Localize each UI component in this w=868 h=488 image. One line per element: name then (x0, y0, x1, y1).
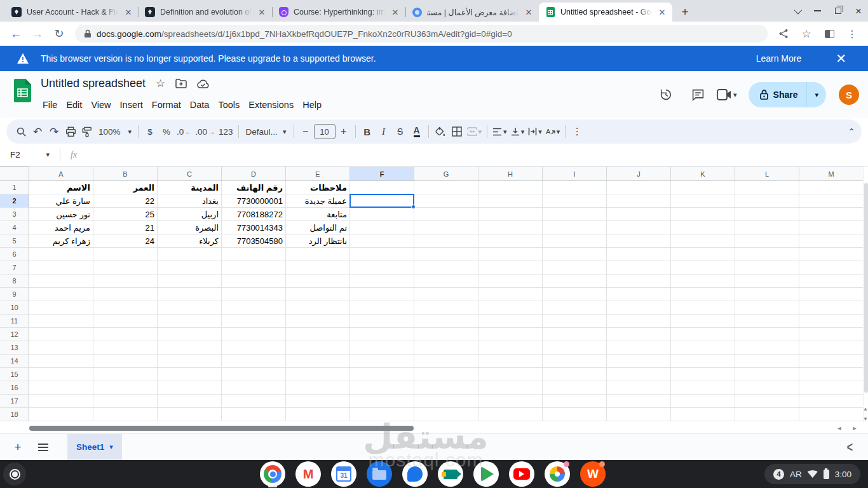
cell-H8[interactable] (478, 274, 543, 288)
column-header-E[interactable]: E (286, 166, 350, 181)
cell-K10[interactable] (671, 301, 735, 315)
cell-M13[interactable] (799, 341, 863, 355)
column-header-K[interactable]: K (671, 166, 735, 181)
cell-C15[interactable] (158, 368, 222, 381)
share-button[interactable]: Share (749, 82, 807, 107)
cell-D3[interactable]: 7708188272 (222, 208, 286, 221)
cell-D17[interactable] (222, 395, 286, 408)
cell-G12[interactable] (414, 328, 478, 341)
cell-J1[interactable] (607, 181, 671, 194)
tab-close-icon[interactable]: ✕ (524, 7, 534, 17)
vertical-scrollbar[interactable]: ▲ ▼ (863, 166, 868, 423)
cell-L3[interactable] (735, 208, 799, 221)
redo-button[interactable]: ↷ (46, 123, 62, 140)
cell-H4[interactable] (478, 221, 543, 234)
cell-K17[interactable] (671, 395, 735, 408)
cell-I15[interactable] (543, 368, 607, 381)
column-header-C[interactable]: C (158, 166, 222, 181)
cell-A8[interactable] (29, 274, 93, 288)
cell-G18[interactable] (414, 408, 478, 421)
cell-K7[interactable] (671, 261, 735, 274)
tab-close-icon[interactable]: ✕ (390, 7, 400, 17)
shelf-app-calendar[interactable]: 31 (331, 461, 356, 487)
browser-tab-1[interactable]: User Account - Hack & Fix Aca✕ (5, 3, 139, 22)
cell-L15[interactable] (735, 368, 799, 381)
italic-button[interactable]: I (376, 123, 392, 140)
shelf-app-files[interactable] (367, 461, 392, 487)
toolbar-search-button[interactable] (13, 123, 29, 140)
row-header-15[interactable]: 15 (0, 368, 29, 381)
cell-I6[interactable] (543, 248, 607, 261)
cell-K11[interactable] (671, 315, 735, 328)
cell-B13[interactable] (93, 341, 158, 355)
cell-E12[interactable] (286, 328, 350, 341)
cell-M10[interactable] (799, 301, 863, 315)
cell-B17[interactable] (93, 395, 158, 408)
increase-decimal-button[interactable]: .00→ (193, 123, 217, 140)
version-history-icon[interactable] (653, 82, 679, 107)
cell-F6[interactable] (350, 248, 414, 261)
row-header-12[interactable]: 12 (0, 328, 29, 341)
cell-A16[interactable] (29, 381, 93, 395)
tab-close-icon[interactable]: ✕ (257, 7, 267, 17)
cell-K16[interactable] (671, 381, 735, 395)
cell-B11[interactable] (93, 315, 158, 328)
cell-B8[interactable] (93, 274, 158, 288)
cell-G10[interactable] (414, 301, 478, 315)
cell-F4[interactable] (350, 221, 414, 234)
cell-B14[interactable] (93, 355, 158, 368)
cell-J13[interactable] (607, 341, 671, 355)
cell-K9[interactable] (671, 288, 735, 301)
cell-M7[interactable] (799, 261, 863, 274)
cell-D11[interactable] (222, 315, 286, 328)
cell-A2[interactable]: سارة علي (29, 194, 93, 208)
column-header-L[interactable]: L (735, 166, 799, 181)
cell-L5[interactable] (735, 234, 799, 248)
cell-E6[interactable] (286, 248, 350, 261)
browser-tab-2[interactable]: Definition and evolution of phi✕ (139, 3, 272, 22)
cell-M11[interactable] (799, 315, 863, 328)
cell-D12[interactable] (222, 328, 286, 341)
cell-H14[interactable] (478, 355, 543, 368)
cell-C4[interactable]: البصرة (158, 221, 222, 234)
cell-E8[interactable] (286, 274, 350, 288)
name-box[interactable]: F2▾ (0, 150, 55, 159)
cell-A7[interactable] (29, 261, 93, 274)
cell-B6[interactable] (93, 248, 158, 261)
menu-format[interactable]: Format (147, 98, 186, 112)
cell-I14[interactable] (543, 355, 607, 368)
cell-C16[interactable] (158, 381, 222, 395)
cell-J6[interactable] (607, 248, 671, 261)
cell-L16[interactable] (735, 381, 799, 395)
cell-D15[interactable] (222, 368, 286, 381)
cell-C3[interactable]: اربيل (158, 208, 222, 221)
cell-K2[interactable] (671, 194, 735, 208)
document-status-cloud-icon[interactable] (197, 79, 210, 88)
cell-E3[interactable]: متابعة (286, 208, 350, 221)
cell-E4[interactable]: تم التواصل (286, 221, 350, 234)
cell-A4[interactable]: مريم احمد (29, 221, 93, 234)
collapse-sidebar-chevron-icon[interactable]: < (847, 439, 853, 455)
cell-J15[interactable] (607, 368, 671, 381)
paint-format-button[interactable] (79, 123, 95, 140)
cell-L9[interactable] (735, 288, 799, 301)
cell-G9[interactable] (414, 288, 478, 301)
row-header-5[interactable]: 5 (0, 234, 29, 248)
cell-D1[interactable]: رقم الهاتف (222, 181, 286, 194)
cell-H12[interactable] (478, 328, 543, 341)
share-page-icon[interactable] (774, 24, 793, 43)
cell-C18[interactable] (158, 408, 222, 421)
cell-B2[interactable]: 22 (93, 194, 158, 208)
row-header-13[interactable]: 13 (0, 341, 29, 355)
cell-L8[interactable] (735, 274, 799, 288)
cell-H16[interactable] (478, 381, 543, 395)
cell-E11[interactable] (286, 315, 350, 328)
cell-G13[interactable] (414, 341, 478, 355)
scroll-up-icon[interactable]: ▲ (863, 404, 868, 413)
comments-icon[interactable] (685, 82, 710, 107)
menu-help[interactable]: Help (298, 98, 326, 112)
browser-tab-5[interactable]: Untitled spreadsheet - Google✕ (539, 3, 672, 22)
reload-button[interactable]: ↻ (50, 24, 69, 43)
column-header-B[interactable]: B (93, 166, 158, 181)
cell-I8[interactable] (543, 274, 607, 288)
